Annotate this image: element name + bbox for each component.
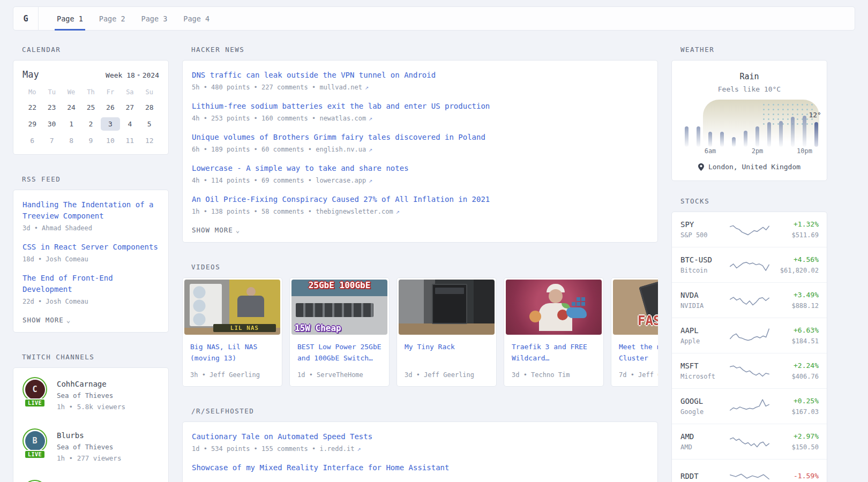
video-thumbnail[interactable] [399,280,495,335]
twitch-channel-row[interactable]: P ThePrimeagen [23,480,159,482]
stock-row[interactable]: RDDT -1.59% [672,459,827,482]
external-link-icon[interactable]: ↗ [369,146,372,153]
twitch-section-title: TWITCH CHANNELS [22,353,169,361]
reddit-item: Cautionary Tale on Automated Speed Tests… [192,431,648,454]
stock-symbol: BTC-USD [680,254,730,266]
calendar-widget: CALENDAR May Week 18•2024 MoTuWeThFrSaSu… [13,46,169,155]
article-link[interactable]: DNS traffic can leak outside the VPN tun… [192,70,648,81]
stock-id: AAPL Apple [680,325,730,347]
reddit-post-link[interactable]: Cautionary Tale on Automated Speed Tests [192,431,648,442]
video-thumbnail[interactable]: 25GbE 100GbE 15W Cheap [291,280,387,335]
video-card[interactable]: Traefik 3 and FREE Wildcard… 3d • Techno… [504,277,604,387]
article-meta-text: 1h • 138 points • 58 comments • thebigne… [192,208,393,215]
stock-id: SPY S&P 500 [680,219,730,240]
news-item: Lowercase - A simple way to take and sha… [192,163,648,186]
live-ring: P [23,480,47,482]
reddit-widget: /R/SELFHOSTED Cautionary Tale on Automat… [182,407,658,482]
video-card[interactable]: My Tiny Rack 3d • Jeff Geerling [396,277,497,387]
stocks-section-title: STOCKS [680,197,827,205]
hn-show-more-button[interactable]: SHOW MORE⌄ [192,226,648,234]
stock-symbol: NVDA [680,289,730,301]
stock-symbol: AMD [680,431,730,442]
stock-sparkline [730,290,769,311]
stock-price: $167.03 [769,407,819,417]
article-meta: 1h • 138 points • 58 comments • thebigne… [192,206,648,217]
stock-row[interactable]: AMD AMD +2.97% $150.50 [672,424,827,459]
video-card[interactable]: 25GbE 100GbE 15W Cheap BEST Low Power 25… [289,277,390,387]
video-thumbnail[interactable] [506,280,602,335]
rss-article-meta: 22d • Josh Comeau [23,296,159,307]
stock-sparkline [730,220,769,240]
article-link[interactable]: Unique volumes of Brothers Grimm fairy t… [192,132,648,143]
channel-name-link[interactable]: Blurbs [57,430,121,441]
stock-price: $511.69 [769,230,819,240]
weather-bar [697,126,700,147]
external-link-icon[interactable]: ↗ [369,115,372,122]
weather-location-row: London, United Kingdom [680,163,818,171]
video-card[interactable]: FAST Meet the new Linux Cluster 7d • Jef… [611,277,658,387]
calendar-week-number: Week 18 [106,71,135,79]
video-thumbnail[interactable]: LIL NAS [184,280,280,335]
channel-game: Sea of Thieves [57,390,125,401]
stock-company: Apple [680,336,730,347]
article-link[interactable]: Lowercase - A simple way to take and sha… [192,163,648,174]
calendar-section-title: CALENDAR [22,46,169,54]
weather-feels-like: Feels like 10°C [680,85,818,93]
video-title-link[interactable]: BEST Low Power 25GbE and 100GbE Switch… [297,341,381,364]
rss-article-link[interactable]: CSS in React Server Components [23,242,159,253]
rss-article-link[interactable]: Handling The Indentation of a Treeview C… [23,199,159,222]
video-card[interactable]: LIL NAS Big NAS, Lil NAS (moving 13) 3h … [182,277,282,387]
location-pin-icon [698,163,704,171]
article-meta: 4h • 114 points • 69 comments • lowercas… [192,175,648,186]
article-link[interactable]: An Oil Price-Fixing Conspiracy Caused 27… [192,194,648,205]
external-link-icon[interactable]: ↗ [365,84,369,91]
calendar-separator: • [137,71,141,79]
stock-row[interactable]: BTC-USD Bitcoin +4.56% $61,820.02 [672,247,827,282]
video-title-link[interactable]: Big NAS, Lil NAS (moving 13) [190,341,274,364]
article-link[interactable]: Lithium-free sodium batteries exit the l… [192,101,648,112]
hacker-news-section-title: HACKER NEWS [191,46,658,54]
stock-row[interactable]: MSFT Microsoft +2.24% $406.76 [672,353,827,388]
calendar-day: 6 [23,134,42,147]
twitch-card: C LIVE CohhCarnage Sea of Thieves 1h • 5… [13,367,169,482]
show-more-label: SHOW MORE [192,226,233,234]
video-meta: 3d • Jeff Geerling [405,364,489,379]
videos-widget: VIDEOS LIL NAS Big NAS, Lil NAS (moving … [182,263,658,387]
channel-info: CohhCarnage Sea of Thieves 1h • 5.8k vie… [57,377,125,412]
thumbnail-caption: LIL NAS [213,324,276,332]
stock-row[interactable]: GOOGL Google +0.25% $167.03 [672,388,827,424]
tab-page-2[interactable]: Page 2 [92,7,133,30]
external-link-icon[interactable]: ↗ [357,445,361,453]
calendar-day: 22 [23,101,42,114]
stock-values: +3.49% $888.12 [769,289,819,311]
channel-name-link[interactable]: CohhCarnage [57,378,125,390]
rss-show-more-button[interactable]: SHOW MORE⌄ [23,316,159,324]
external-link-icon[interactable]: ↗ [369,177,372,184]
video-title-link[interactable]: Meet the new Linux Cluster [619,341,658,364]
tab-page-3[interactable]: Page 3 [134,7,175,30]
stock-row[interactable]: AAPL Apple +6.63% $184.51 [672,318,827,353]
stock-change: -1.59% [769,470,819,482]
tab-page-4[interactable]: Page 4 [176,7,217,30]
channel-info: Blurbs Sea of Thieves 1h • 277 viewers [57,428,121,464]
stock-row[interactable]: NVDA NVIDIA +3.49% $888.12 [672,282,827,318]
reddit-section-title: /R/SELFHOSTED [191,407,658,415]
rss-widget: RSS FEED Handling The Indentation of a T… [13,175,169,333]
stock-company: S&P 500 [680,230,730,240]
twitch-channel-row[interactable]: B LIVE Blurbs Sea of Thieves 1h • 277 vi… [23,428,159,464]
avatar: P [23,480,49,482]
rss-article-link[interactable]: The End of Front-End Development [23,273,159,295]
twitch-channel-row[interactable]: C LIVE CohhCarnage Sea of Thieves 1h • 5… [23,377,159,412]
video-thumbnail[interactable]: FAST [613,280,658,335]
stock-row[interactable]: SPY S&P 500 +1.32% $511.69 [672,212,827,247]
avatar: C LIVE [23,377,49,404]
video-title-link[interactable]: My Tiny Rack [405,341,489,352]
thumbnail-art [549,289,563,303]
reddit-post-link[interactable]: Showcase of my Mixed Reality Interface f… [192,462,648,473]
stock-symbol: RDDT [680,470,730,482]
external-link-icon[interactable]: ↗ [396,208,400,215]
video-title-link[interactable]: Traefik 3 and FREE Wildcard… [512,341,596,364]
tab-page-1[interactable]: Page 1 [49,7,91,30]
channel-viewers: 1h • 277 viewers [57,453,121,464]
calendar-header: May Week 18•2024 [23,69,159,80]
